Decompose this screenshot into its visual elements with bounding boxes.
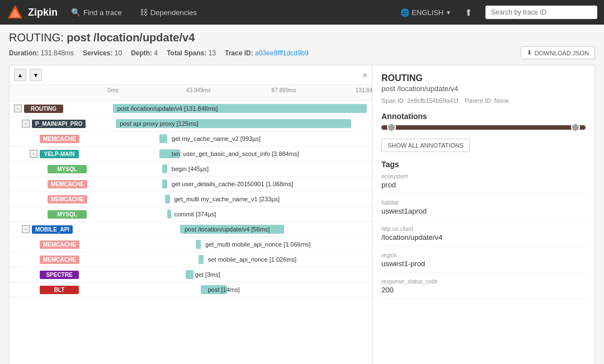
- annotation-dot-end: [571, 123, 580, 132]
- nav-dependencies[interactable]: ⛓ Dependencies: [135, 6, 201, 19]
- arrow-up-icon: ▲: [17, 72, 23, 78]
- trace-row[interactable]: -ROUTINGpost /location/update/v4 [131.84…: [10, 101, 372, 116]
- service-cell: -MOBILE_API: [10, 224, 113, 235]
- toggle-button[interactable]: -: [22, 120, 30, 127]
- span-bar: [199, 255, 204, 264]
- detail-service: ROUTING: [381, 73, 586, 83]
- main-layout: ▲ ▼ » 0ms 43.949ms 87.899ms 131.848ms: [9, 65, 595, 364]
- tags-section: Tags ecosystemprodhabitatuswest1aprodhtt…: [381, 160, 586, 299]
- download-icon: ⬇: [527, 49, 532, 56]
- download-json-button[interactable]: ⬇ DOWNLOAD JSON: [521, 46, 595, 59]
- upload-button[interactable]: ⬆: [460, 5, 476, 20]
- service-cell: BLT: [10, 284, 113, 296]
- language-selector[interactable]: 🌐 ENGLISH ▼: [400, 8, 451, 17]
- service-cell: MEMCACHE: [10, 254, 113, 266]
- expand-all-button[interactable]: »: [362, 70, 367, 80]
- span-bar-cell: post api proxy proxy [125ms]: [113, 116, 372, 131]
- service-badge: MYSQL: [48, 210, 87, 219]
- span-bar-cell: get my_cache_name_v2 [993µs]: [113, 131, 372, 146]
- upload-icon: ⬆: [465, 8, 472, 17]
- span-bar-cell: post /location/update/v4 [56ms]: [113, 222, 372, 237]
- trace-row[interactable]: -MOBILE_APIpost /location/update/v4 [56m…: [10, 222, 372, 237]
- trace-row[interactable]: MEMCACHEget my_cache_name_v2 [993µs]: [10, 131, 372, 146]
- span-label: commit [374µs]: [172, 211, 216, 218]
- tag-key: http.uri.client: [381, 226, 586, 232]
- search-input[interactable]: [485, 6, 597, 19]
- span-label: post /location/update/v4 [56ms]: [183, 226, 270, 233]
- span-bar: [186, 270, 194, 279]
- service-badge: P_MAIN/API_PRO: [32, 120, 86, 128]
- trace-row[interactable]: MYSQLcommit [374µs]: [10, 207, 372, 222]
- tag-row: ecosystemprod: [381, 173, 586, 194]
- title-prefix: ROUTING:: [9, 31, 64, 44]
- nav-down-button[interactable]: ▼: [30, 69, 42, 81]
- logo[interactable]: Zipkin: [7, 4, 58, 21]
- service-badge: MEMCACHE: [48, 195, 87, 204]
- nav-up-button[interactable]: ▲: [14, 69, 26, 81]
- dependencies-icon: ⛓: [140, 8, 148, 17]
- span-bar: [159, 134, 167, 143]
- nav-dependencies-label: Dependencies: [150, 8, 197, 17]
- expand-icon: »: [362, 70, 367, 79]
- nav-find-trace-label: Find a trace: [83, 8, 122, 17]
- span-bar-cell: get [3ms]: [113, 267, 372, 282]
- span-label: get_multi mobile_api_nonce [1.066ms]: [204, 241, 310, 248]
- service-cell: MYSQL: [10, 209, 113, 220]
- span-label: post /location/update/v4 [131.848ms]: [116, 105, 218, 112]
- tag-row: habitatuswest1aprod: [381, 200, 586, 220]
- detail-span-meta: Span ID: 2e8cfb154b59a41f Parent ID: Non…: [381, 97, 586, 104]
- tag-value: /location/update/v4: [381, 233, 586, 242]
- detail-route: post /location/update/v4: [381, 84, 586, 93]
- service-badge: MEMCACHE: [40, 240, 79, 249]
- trace-body: -ROUTINGpost /location/update/v4 [131.84…: [10, 101, 372, 364]
- service-badge: ROUTING: [24, 105, 63, 113]
- tag-value: uswest1-prod: [381, 259, 586, 268]
- toggle-button[interactable]: -: [30, 150, 37, 158]
- time-0: 0ms: [108, 87, 119, 93]
- span-label: post [14ms]: [206, 286, 240, 293]
- span-bar: [196, 240, 201, 249]
- meta-bar: Duration: 131.848ms Services: 10 Depth: …: [9, 46, 595, 59]
- service-badge: YELP-MAIN: [40, 150, 79, 158]
- language-label: ENGLISH: [412, 8, 443, 17]
- trace-row[interactable]: MEMCACHEget user_details_cache-20150901 …: [10, 177, 372, 192]
- tag-value: 200: [381, 286, 586, 294]
- span-id-label: Span ID: 2e8cfb154b59a41f: [381, 97, 458, 104]
- service-badge: BLT: [40, 286, 79, 294]
- trace-row[interactable]: -YELP-MAINtxn: user_get_basic_and_scout_…: [10, 146, 372, 162]
- show-annotations-button[interactable]: SHOW ALL ANNOTATIONS: [381, 139, 470, 152]
- app-header: Zipkin 🔍 Find a trace ⛓ Dependencies 🌐 E…: [0, 0, 604, 25]
- trace-row[interactable]: BLTpost [14ms]: [10, 282, 372, 297]
- service-badge: MYSQL: [48, 165, 87, 173]
- nav-find-trace[interactable]: 🔍 Find a trace: [67, 6, 126, 19]
- service-badge: MEMCACHE: [40, 256, 79, 264]
- trace-row[interactable]: SPECTREget [3ms]: [10, 267, 372, 282]
- tags-list: ecosystemprodhabitatuswest1aprodhttp.uri…: [381, 173, 586, 299]
- span-bar-cell: post /location/update/v4 [131.848ms]: [113, 101, 372, 116]
- annotations-bar: [381, 125, 586, 130]
- arrow-down-icon: ▼: [33, 72, 39, 78]
- span-label: get_multi my_cache_name_v1 [233µs]: [172, 196, 280, 202]
- trace-row[interactable]: MEMCACHEget_multi my_cache_name_v1 [233µ…: [10, 192, 372, 207]
- span-bar-cell: begin [445µs]: [113, 162, 372, 176]
- time-2: 87.899ms: [272, 87, 296, 93]
- tag-row: http.uri.client/location/update/v4: [381, 226, 586, 247]
- span-bar: [165, 195, 170, 204]
- logo-text: Zipkin: [28, 7, 58, 18]
- span-label: get my_cache_name_v2 [993µs]: [170, 135, 261, 142]
- meta-services: Services: 10: [83, 49, 122, 57]
- service-cell: MEMCACHE: [10, 239, 113, 250]
- span-bar-cell: get_multi my_cache_name_v1 [233µs]: [113, 192, 372, 206]
- time-axis: 0ms 43.949ms 87.899ms 131.848ms: [113, 85, 372, 101]
- toggle-button[interactable]: -: [22, 225, 30, 233]
- trace-row[interactable]: MYSQLbegin [445µs]: [10, 162, 372, 177]
- span-label: begin [445µs]: [170, 166, 209, 172]
- toggle-button[interactable]: -: [14, 105, 22, 112]
- trace-row[interactable]: MEMCACHEset mobile_api_nonce [1.026ms]: [10, 252, 372, 267]
- trace-row[interactable]: -P_MAIN/API_PROpost api proxy proxy [125…: [10, 116, 372, 131]
- tag-row: response_status_code200: [381, 278, 586, 299]
- search-nav-icon: 🔍: [71, 8, 81, 17]
- tag-value: prod: [381, 181, 586, 189]
- span-bar-cell: get user_details_cache-20150901 [1.068ms…: [113, 177, 372, 191]
- trace-row[interactable]: MEMCACHEget_multi mobile_api_nonce [1.06…: [10, 237, 372, 252]
